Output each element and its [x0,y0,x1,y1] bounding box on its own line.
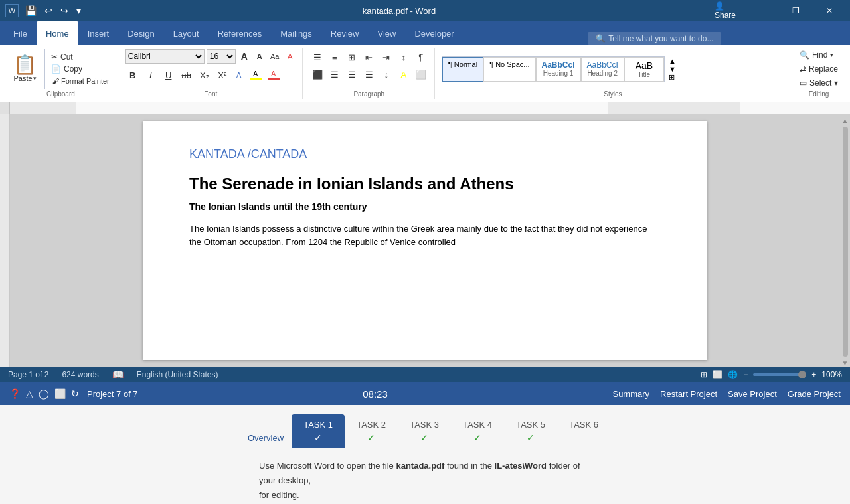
task-icon-3[interactable]: ◯ [39,388,49,399]
align-right-btn[interactable]: ☰ [344,66,360,82]
tab-task1[interactable]: TASK 1 ✓ [292,414,345,448]
doc-subtitle: KANTADA /CANTADA [189,147,661,161]
font-grow-btn[interactable]: A [238,50,251,63]
task-panel: Overview TASK 1 ✓ TASK 2 ✓ TASK 3 ✓ TASK… [0,405,850,504]
tab-view[interactable]: View [368,21,405,45]
paragraph-content: ☰ ≡ ⊞ ⇤ ⇥ ↕ ¶ ⬛ ☰ ☰ ☰ ↕ A ⬜ [309,49,429,89]
align-center-btn[interactable]: ☰ [327,66,343,82]
undo-btn[interactable]: ↩ [42,4,55,17]
tab-file[interactable]: File [4,21,37,45]
italic-button[interactable]: I [143,67,159,83]
strikethrough-button[interactable]: ab [179,67,195,83]
borders-btn[interactable]: ⬜ [413,66,429,82]
font-row-1: Calibri 16 A A Aa A [125,49,297,64]
tab-overview[interactable]: Overview [240,428,292,448]
shading-btn[interactable]: A [396,66,412,82]
line-spacing-btn[interactable]: ↕ [379,66,394,82]
styles-content: ¶ Normal ¶ No Spac... AaBbCcI Heading 1 … [442,49,784,89]
tab-task6[interactable]: TASK 6 ✓ [557,414,610,448]
subscript-button[interactable]: X₂ [197,67,212,83]
tab-task2[interactable]: TASK 2 ✓ [345,414,398,448]
style-heading2[interactable]: AaBbCcI Heading 2 [581,57,624,82]
numbering-btn[interactable]: ≡ [327,49,343,65]
justify-btn[interactable]: ☰ [361,66,377,82]
font-shrink-btn[interactable]: A [253,50,266,63]
tab-home[interactable]: Home [37,21,78,45]
clear-format-btn[interactable]: A [284,50,297,63]
save-quick-btn[interactable]: 💾 [23,4,39,17]
tab-design[interactable]: Design [118,21,163,45]
font-size-select[interactable]: 16 [207,49,236,64]
replace-button[interactable]: ⇄ Replace [797,63,841,75]
tab-layout[interactable]: Layout [164,21,209,45]
sort-btn[interactable]: ↕ [396,49,412,65]
close-btn[interactable]: ✕ [814,0,845,21]
tab-task5[interactable]: TASK 5 ✓ [504,414,557,448]
select-button[interactable]: ▭ Select ▾ [797,77,841,89]
increase-indent-btn[interactable]: ⇥ [379,49,394,65]
task-icon-1[interactable]: ❓ [9,388,21,399]
show-formatting-btn[interactable]: ¶ [413,49,429,65]
restart-project-btn[interactable]: Restart Project [660,389,717,399]
tell-me-input[interactable]: 🔍 Tell me what you want to do... [588,32,721,45]
task1-check: ✓ [314,432,322,443]
copy-button[interactable]: 📄 Copy [49,64,112,74]
bullets-btn[interactable]: ☰ [309,49,325,65]
align-left-btn[interactable]: ⬛ [309,66,325,82]
style-title[interactable]: AaB Title [624,57,664,82]
ruler-body [10,102,850,114]
decrease-indent-btn[interactable]: ⇤ [361,49,377,65]
style-nospace[interactable]: ¶ No Spac... [483,57,535,82]
tab-insert[interactable]: Insert [78,21,119,45]
quick-access-more[interactable]: ▾ [74,4,84,17]
document-scroll[interactable]: KANTADA /CANTADA The Serenade in Ionian … [10,114,840,367]
highlight-color-btn[interactable]: A [248,67,264,83]
task-icon-2[interactable]: △ [26,388,33,399]
cut-button[interactable]: ✂ Cut [49,52,112,62]
styles-scroll-up[interactable]: ▲ [669,57,676,65]
font-color-btn[interactable]: A [266,67,282,83]
summary-btn[interactable]: Summary [612,389,649,399]
zoom-slider[interactable] [753,373,806,376]
change-case-btn[interactable]: Aa [268,50,282,63]
find-button[interactable]: 🔍 Find ▾ [797,49,841,61]
multilevel-list-btn[interactable]: ⊞ [344,49,360,65]
minus-icon: − [743,370,748,379]
restore-btn[interactable]: ❐ [781,0,811,21]
share-btn[interactable]: 👤 Share [715,0,745,21]
format-painter-icon: 🖌 [52,77,59,85]
font-family-select[interactable]: Calibri [125,49,205,64]
text-effects-btn[interactable]: A [232,68,246,82]
tell-me-placeholder: Tell me what you want to do... [608,34,713,43]
bold-button[interactable]: B [125,67,141,83]
tab-task3[interactable]: TASK 3 ✓ [398,414,451,448]
task-icon-4[interactable]: ⬜ [54,388,66,399]
print-layout-icon[interactable]: ⬜ [713,370,722,379]
proofing-icon[interactable]: 📖 [112,369,124,380]
task-icon-5[interactable]: ↻ [71,388,79,399]
tab-references[interactable]: References [209,21,271,45]
save-project-btn[interactable]: Save Project [728,389,777,399]
tab-task4[interactable]: TASK 4 ✓ [451,414,504,448]
instruction-line2: for editing. [259,488,591,503]
tab-review[interactable]: Review [321,21,369,45]
tab-developer[interactable]: Developer [405,21,463,45]
minimize-btn[interactable]: ─ [748,0,778,21]
style-heading1[interactable]: AaBbCcI Heading 1 [536,57,581,82]
word-count: 624 words [62,370,98,379]
vertical-scrollbar[interactable]: ▲ ▼ [840,114,850,367]
redo-btn[interactable]: ↪ [58,4,71,17]
tab-mailings[interactable]: Mailings [271,21,321,45]
grade-project-btn[interactable]: Grade Project [788,389,841,399]
underline-button[interactable]: U [161,67,177,83]
style-normal[interactable]: ¶ Normal [442,57,483,82]
paste-button[interactable]: 📋 Paste ▾ [9,54,41,84]
superscript-button[interactable]: X² [214,67,230,83]
styles-more[interactable]: ⊞ [669,73,676,82]
format-painter-button[interactable]: 🖌 Format Painter [49,76,112,86]
svg-rect-2 [143,102,608,114]
web-layout-icon[interactable]: 🌐 [728,370,738,379]
font-group: Calibri 16 A A Aa A B I U ab X₂ X² [120,48,303,99]
read-mode-icon[interactable]: ⊞ [701,370,707,379]
styles-scroll-down[interactable]: ▼ [669,65,676,73]
